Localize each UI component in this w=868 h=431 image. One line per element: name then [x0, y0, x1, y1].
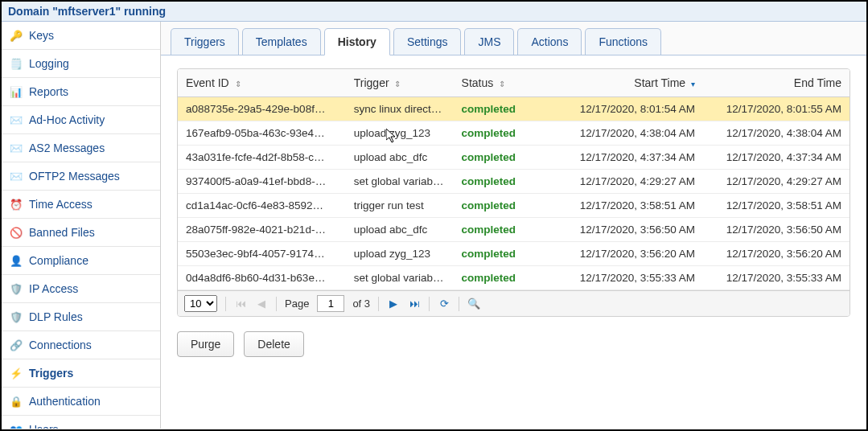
- status-badge: completed: [462, 151, 516, 163]
- sidebar-item-reports[interactable]: 📊Reports: [2, 78, 160, 106]
- sort-icon: ⇕: [394, 80, 401, 88]
- reports-icon: 📊: [10, 85, 23, 98]
- users-icon: 👥: [10, 423, 23, 429]
- cell-status: completed: [454, 194, 557, 218]
- tab-triggers[interactable]: Triggers: [171, 28, 239, 55]
- sidebar-item-label: IP Access: [29, 282, 78, 295]
- th-trigger[interactable]: Trigger ⇕: [346, 69, 454, 97]
- table-row[interactable]: 167eafb9-05ba-463c-93e4…upload zyg_123co…: [178, 121, 849, 146]
- sidebar-item-label: Time Access: [29, 198, 93, 211]
- first-page-icon[interactable]: ⏮: [234, 298, 247, 310]
- table-row[interactable]: 43a031fe-fcfe-4d2f-8b58-c…upload abc_dfc…: [178, 146, 849, 170]
- cell-status: completed: [454, 146, 557, 170]
- th-end-time[interactable]: End Time: [703, 69, 849, 97]
- cell-event-id: 937400f5-a0a9-41ef-bbd8-…: [178, 170, 346, 194]
- page-size-select[interactable]: 10: [184, 295, 217, 312]
- cell-event-id: 0d4a8df6-8b60-4d31-b63e…: [178, 266, 346, 290]
- sidebar-item-label: Ad-Hoc Activity: [29, 113, 105, 126]
- cell-trigger: upload zyg_123: [346, 121, 454, 146]
- tab-settings[interactable]: Settings: [393, 28, 462, 55]
- cell-start-time: 12/17/2020, 3:56:50 AM: [557, 218, 703, 242]
- tab-jms[interactable]: JMS: [464, 28, 514, 55]
- next-page-icon[interactable]: ▶: [387, 298, 400, 310]
- cell-trigger: upload abc_dfc: [346, 218, 454, 242]
- cell-trigger: set global variabl…: [346, 266, 454, 290]
- sidebar-item-time-access[interactable]: ⏰Time Access: [2, 191, 160, 219]
- sidebar-item-label: Logging: [29, 57, 69, 70]
- sort-icon: ⇕: [499, 80, 505, 88]
- cell-end-time: 12/17/2020, 3:56:20 AM: [703, 242, 849, 266]
- cell-end-time: 12/17/2020, 3:58:51 AM: [703, 194, 849, 218]
- status-badge: completed: [462, 224, 516, 236]
- sidebar-item-label: OFTP2 Messages: [29, 170, 120, 183]
- cell-end-time: 12/17/2020, 3:56:50 AM: [703, 218, 849, 242]
- table-row[interactable]: 937400f5-a0a9-41ef-bbd8-…set global vari…: [178, 170, 849, 194]
- sidebar-item-triggers[interactable]: ⚡Triggers: [2, 359, 160, 388]
- cell-trigger: set global variabl…: [346, 170, 454, 194]
- tab-actions[interactable]: Actions: [517, 28, 582, 55]
- status-badge: completed: [462, 199, 516, 211]
- tab-templates[interactable]: Templates: [242, 28, 321, 55]
- sidebar-item-connections[interactable]: 🔗Connections: [2, 331, 160, 359]
- triggers-icon: ⚡: [10, 367, 23, 380]
- sidebar-item-label: Users: [29, 423, 59, 429]
- sidebar-item-ip-access[interactable]: 🛡️IP Access: [2, 275, 160, 303]
- table-row[interactable]: a088735e-29a5-429e-b08f…sync linux direc…: [178, 97, 849, 121]
- cell-end-time: 12/17/2020, 4:37:34 AM: [703, 146, 849, 170]
- sort-desc-icon: ▾: [691, 80, 695, 88]
- th-start-time[interactable]: Start Time ▾: [557, 69, 703, 97]
- sidebar-item-label: DLP Rules: [29, 310, 83, 323]
- th-status[interactable]: Status ⇕: [454, 69, 557, 97]
- cell-start-time: 12/17/2020, 4:38:04 AM: [557, 121, 703, 146]
- sidebar-item-ad-hoc-activity[interactable]: ✉️Ad-Hoc Activity: [2, 106, 160, 134]
- purge-button[interactable]: Purge: [177, 331, 234, 357]
- logging-icon: 🗒️: [10, 57, 23, 70]
- cell-status: completed: [454, 97, 557, 121]
- domain-title: Domain "mftserver1" running: [8, 5, 166, 18]
- cell-start-time: 12/17/2020, 8:01:54 AM: [557, 97, 703, 121]
- cell-event-id: cd1a14ac-0cf6-4e83-8592…: [178, 194, 346, 218]
- cell-start-time: 12/17/2020, 3:55:33 AM: [557, 266, 703, 290]
- last-page-icon[interactable]: ⏭: [408, 298, 421, 310]
- page-input[interactable]: [317, 295, 344, 312]
- cell-status: completed: [454, 121, 557, 146]
- sidebar-item-compliance[interactable]: 👤Compliance: [2, 247, 160, 275]
- cell-start-time: 12/17/2020, 3:56:20 AM: [557, 242, 703, 266]
- table-row[interactable]: 28a075ff-982e-4021-b21d-…upload abc_dfcc…: [178, 218, 849, 242]
- prev-page-icon[interactable]: ◀: [255, 298, 268, 310]
- status-badge: completed: [462, 248, 516, 260]
- search-icon[interactable]: 🔍: [467, 298, 480, 310]
- tabs-bar: TriggersTemplatesHistorySettingsJMSActio…: [161, 22, 866, 55]
- cell-trigger: upload abc_dfc: [346, 146, 454, 170]
- sidebar-item-logging[interactable]: 🗒️Logging: [2, 50, 160, 78]
- sidebar-item-dlp-rules[interactable]: 🛡️DLP Rules: [2, 303, 160, 331]
- sidebar-item-keys[interactable]: 🔑Keys: [2, 22, 160, 50]
- th-event-id[interactable]: Event ID ⇕: [178, 69, 346, 97]
- status-badge: completed: [462, 103, 516, 115]
- sidebar-item-as2-messages[interactable]: ✉️AS2 Messages: [2, 134, 160, 162]
- cell-end-time: 12/17/2020, 4:38:04 AM: [703, 121, 849, 146]
- paging-toolbar: 10 ⏮ ◀ Page of 3 ▶ ⏭ ⟳ 🔍: [178, 290, 849, 316]
- refresh-icon[interactable]: ⟳: [438, 298, 450, 310]
- tab-history[interactable]: History: [324, 28, 390, 55]
- table-row[interactable]: cd1a14ac-0cf6-4e83-8592…trigger run test…: [178, 194, 849, 218]
- sort-icon: ⇕: [235, 80, 241, 88]
- status-badge: completed: [462, 175, 516, 187]
- sidebar-item-banned-files[interactable]: 🚫Banned Files: [2, 219, 160, 247]
- authentication-icon: 🔒: [10, 395, 23, 408]
- cell-end-time: 12/17/2020, 8:01:55 AM: [703, 97, 849, 121]
- cell-event-id: 28a075ff-982e-4021-b21d-…: [178, 218, 346, 242]
- sidebar-item-label: Reports: [29, 85, 68, 98]
- delete-button[interactable]: Delete: [244, 331, 303, 357]
- sidebar-item-users[interactable]: 👥Users: [2, 416, 160, 429]
- sidebar-item-label: AS2 Messages: [29, 142, 105, 154]
- tab-functions[interactable]: Functions: [585, 28, 661, 55]
- cell-status: completed: [454, 266, 557, 290]
- table-row[interactable]: 0d4a8df6-8b60-4d31-b63e…set global varia…: [178, 266, 849, 290]
- sidebar-item-authentication[interactable]: 🔒Authentication: [2, 388, 160, 416]
- sidebar-item-oftp2-messages[interactable]: ✉️OFTP2 Messages: [2, 162, 160, 191]
- status-badge: completed: [462, 127, 516, 139]
- table-row[interactable]: 5503e3ec-9bf4-4057-9174…upload zyg_123co…: [178, 242, 849, 266]
- cell-end-time: 12/17/2020, 3:55:33 AM: [703, 266, 849, 290]
- sidebar-item-label: Keys: [29, 29, 54, 42]
